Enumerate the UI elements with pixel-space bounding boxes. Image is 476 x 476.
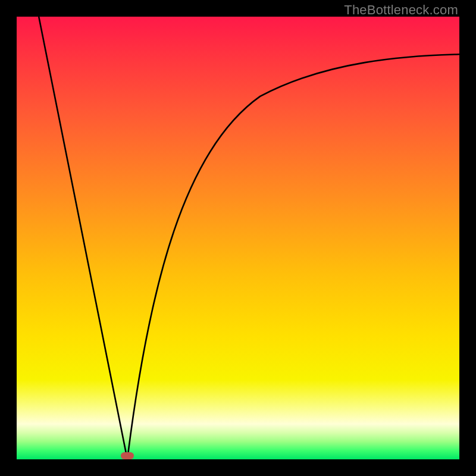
watermark-text: TheBottleneck.com xyxy=(344,2,458,18)
optimal-point-marker xyxy=(121,452,134,459)
curve-right-branch xyxy=(127,54,459,459)
curve-left-branch xyxy=(39,17,127,459)
bottleneck-curve xyxy=(17,17,459,459)
chart-plot-area xyxy=(17,17,459,459)
